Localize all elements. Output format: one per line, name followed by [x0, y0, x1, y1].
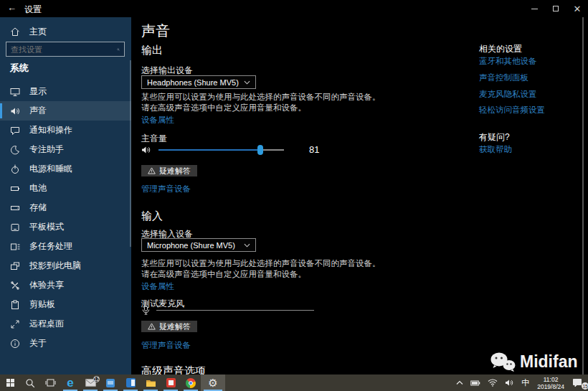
- output-device-properties-link[interactable]: 设备属性: [141, 115, 174, 126]
- chrome-icon: [186, 378, 196, 388]
- taskbar-app-messaging[interactable]: [100, 374, 120, 391]
- sidebar-item-label: 体验共享: [29, 279, 64, 291]
- system-tray: 中 11:02 2019/8/24 15: [452, 374, 588, 391]
- warning-icon: [148, 323, 156, 330]
- tray-action-center[interactable]: 15: [569, 374, 588, 391]
- tray-volume[interactable]: [501, 374, 518, 391]
- input-description: 某些应用可以设置为使用与此处选择的声音设备不同的声音设备。 请在高级声音选项中自…: [141, 258, 381, 280]
- mic-level-meter: [156, 310, 314, 311]
- related-link-bluetooth[interactable]: 蓝牙和其他设备: [479, 56, 537, 67]
- warning-icon: [148, 167, 156, 174]
- volume-slider-fill: [158, 149, 260, 151]
- volume-value: 81: [309, 144, 319, 155]
- input-device-properties-link[interactable]: 设备属性: [141, 281, 174, 292]
- taskbar-app-red[interactable]: [161, 374, 181, 391]
- task-view-button[interactable]: [40, 374, 60, 391]
- watermark-text: Midifan: [520, 352, 578, 372]
- sidebar-home[interactable]: 主页: [0, 23, 131, 40]
- minimize-button[interactable]: [523, 0, 545, 17]
- sidebar-item-remote-desktop[interactable]: 远程桌面: [0, 314, 131, 334]
- input-device-value: Microphone (Shure MV5): [147, 241, 235, 250]
- tray-date: 2019/8/24: [537, 383, 564, 390]
- search-input[interactable]: [6, 45, 117, 54]
- speaker-icon: [505, 379, 514, 387]
- sidebar-item-battery[interactable]: 电池: [0, 179, 131, 198]
- content-scrollbar[interactable]: [582, 17, 584, 374]
- output-heading: 输出: [141, 44, 163, 57]
- sidebar-item-power-sleep[interactable]: 电源和睡眠: [0, 159, 131, 179]
- notification-icon: [572, 378, 582, 387]
- tray-wifi[interactable]: [484, 374, 501, 391]
- taskbar-app-mail[interactable]: 12: [80, 374, 100, 391]
- taskbar-app-file-explorer[interactable]: [141, 374, 161, 391]
- messaging-icon: [106, 379, 115, 387]
- remote-desktop-icon: [10, 319, 20, 329]
- sidebar-item-focus-assist[interactable]: 专注助手: [0, 140, 131, 159]
- input-manage-devices-link[interactable]: 管理声音设备: [141, 340, 191, 351]
- tray-clock[interactable]: 11:02 2019/8/24: [533, 374, 569, 391]
- sidebar-item-label: 存储: [29, 202, 47, 214]
- output-manage-devices-link[interactable]: 管理声音设备: [141, 184, 191, 194]
- sidebar-item-multitasking[interactable]: 多任务处理: [0, 237, 131, 256]
- volume-slider[interactable]: [158, 149, 284, 151]
- clipboard-icon: [10, 300, 20, 310]
- volume-slider-thumb[interactable]: [257, 145, 263, 155]
- sidebar-section-title: 系统: [10, 62, 29, 75]
- question-heading: 有疑问?: [479, 131, 510, 143]
- input-troubleshoot-button[interactable]: 疑难解答: [141, 321, 197, 332]
- sidebar-item-notifications[interactable]: 通知和操作: [0, 121, 131, 140]
- sidebar-item-shared-experiences[interactable]: 体验共享: [0, 275, 131, 295]
- related-link-sound-control-panel[interactable]: 声音控制面板: [479, 72, 528, 83]
- taskbar-app-settings[interactable]: ⚙: [201, 374, 225, 391]
- start-button[interactable]: [0, 374, 20, 391]
- microphone-icon: [141, 305, 151, 316]
- taskbar-app-chrome[interactable]: [181, 374, 201, 391]
- battery-icon: [470, 380, 480, 387]
- master-volume-label: 主音量: [141, 133, 167, 145]
- sidebar: 主页 系统 显示 声音 通知和操作 专注助手 电源和睡眠 电池: [0, 17, 131, 374]
- sidebar-item-label: 显示: [29, 85, 47, 98]
- output-device-dropdown[interactable]: Headphones (Shure MV5): [141, 75, 256, 89]
- volume-speaker-icon[interactable]: [141, 145, 152, 155]
- taskbar: e 12 ⚙ 中 11:02 2019/8/24 15: [0, 374, 588, 391]
- taskbar-app-outlook[interactable]: [120, 374, 141, 391]
- close-button[interactable]: ✕: [566, 0, 588, 17]
- tray-hidden-icons[interactable]: [452, 374, 467, 391]
- output-troubleshoot-button[interactable]: 疑难解答: [141, 165, 197, 176]
- related-settings-heading: 相关的设置: [479, 43, 522, 55]
- sidebar-item-sound[interactable]: 声音: [0, 101, 131, 121]
- sidebar-item-projecting[interactable]: 投影到此电脑: [0, 256, 131, 275]
- search-box[interactable]: [6, 42, 125, 57]
- sidebar-item-label: 远程桌面: [29, 318, 64, 330]
- title-bar: ← 设置 ✕: [0, 0, 588, 17]
- projecting-icon: [10, 261, 20, 271]
- search-icon: [25, 378, 35, 388]
- related-link-mic-privacy[interactable]: 麦克风隐私设置: [479, 89, 537, 100]
- sidebar-item-label: 声音: [29, 105, 47, 117]
- notifications-icon: [10, 126, 20, 136]
- red-app-icon: [166, 378, 176, 387]
- tray-battery[interactable]: [467, 374, 484, 391]
- chevron-up-icon: [456, 380, 463, 385]
- sidebar-item-about[interactable]: 关于: [0, 334, 131, 353]
- sidebar-item-label: 投影到此电脑: [29, 260, 81, 272]
- sidebar-item-label: 通知和操作: [29, 124, 72, 136]
- sidebar-item-label: 平板模式: [29, 221, 64, 233]
- back-icon[interactable]: ←: [7, 2, 16, 13]
- sidebar-nav: 显示 声音 通知和操作 专注助手 电源和睡眠 电池 存储 平板模式: [0, 82, 131, 353]
- volume-slider-row: 81: [141, 144, 319, 155]
- sidebar-item-storage[interactable]: 存储: [0, 198, 131, 217]
- sidebar-item-tablet-mode[interactable]: 平板模式: [0, 217, 131, 237]
- taskbar-search-button[interactable]: [20, 374, 40, 391]
- tray-ime[interactable]: 中: [518, 374, 533, 391]
- related-link-ease-of-access[interactable]: 轻松访问音频设置: [479, 105, 545, 116]
- input-device-dropdown[interactable]: Microphone (Shure MV5): [141, 238, 256, 252]
- wifi-icon: [488, 379, 498, 387]
- search-icon[interactable]: [117, 45, 120, 54]
- sidebar-home-label: 主页: [29, 26, 47, 38]
- sidebar-item-clipboard[interactable]: 剪贴板: [0, 295, 131, 314]
- get-help-link[interactable]: 获取帮助: [479, 144, 512, 155]
- maximize-button[interactable]: [545, 0, 566, 17]
- taskbar-app-edge[interactable]: e: [60, 374, 80, 391]
- sidebar-item-display[interactable]: 显示: [0, 82, 131, 101]
